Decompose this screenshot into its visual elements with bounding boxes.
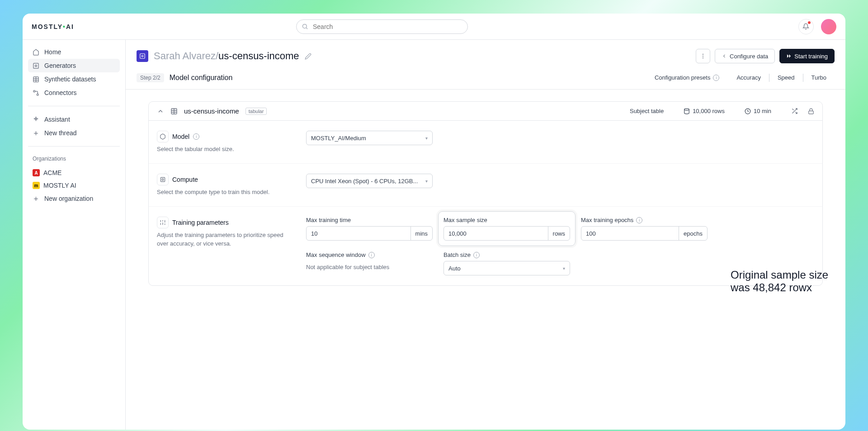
org-label: ACME — [43, 169, 61, 176]
brand-logo: MOSTLY•AI — [32, 23, 74, 30]
sidebar-item-synthetic-datasets[interactable]: Synthetic datasets — [28, 72, 120, 86]
play-icon — [786, 53, 792, 59]
sidebar-heading-orgs: Organizations — [28, 153, 120, 166]
edit-name-button[interactable] — [305, 53, 311, 60]
compute-select[interactable]: CPU Intel Xeon (Spot) - 6 CPUs, 12GB... … — [306, 174, 433, 188]
sidebar-item-connectors[interactable]: Connectors — [28, 86, 120, 99]
sidebar-item-label: Synthetic datasets — [44, 76, 96, 83]
select-value: CPU Intel Xeon (Spot) - 6 CPUs, 12GB... — [311, 178, 418, 185]
sidebar-item-generators[interactable]: Generators — [28, 59, 120, 72]
table-name: us-census-income — [184, 107, 239, 115]
time-meta: 10 min — [745, 108, 771, 114]
field-batch-size: Batch size i Auto ▾ — [443, 251, 570, 275]
section-desc: Select the compute type to train this mo… — [157, 188, 288, 196]
cpu-icon — [157, 174, 169, 185]
notification-dot-icon — [808, 21, 811, 24]
preset-speed[interactable]: Speed — [769, 72, 803, 83]
lock-button[interactable] — [808, 108, 814, 114]
plus-icon — [33, 195, 40, 202]
svg-rect-15 — [160, 178, 165, 182]
max-training-epochs-input[interactable] — [586, 227, 674, 240]
field-label: Max training time — [306, 217, 433, 223]
section-title: Model — [172, 133, 189, 140]
max-training-epochs-input-group: epochs — [581, 226, 708, 241]
step-pill: Step 2/2 — [137, 73, 164, 82]
svg-rect-14 — [809, 111, 814, 114]
svg-point-7 — [142, 55, 143, 57]
dots-vertical-icon — [700, 53, 706, 59]
chevron-left-icon — [722, 53, 727, 59]
configure-data-button[interactable]: Configure data — [715, 49, 775, 63]
svg-point-4 — [33, 90, 35, 92]
org-item-mostly-ai[interactable]: m MOSTLY AI — [28, 179, 120, 192]
select-value: Auto — [448, 265, 461, 272]
home-icon — [33, 49, 40, 56]
batch-size-select[interactable]: Auto ▾ — [443, 261, 570, 275]
pencil-icon — [305, 53, 311, 60]
collapse-toggle[interactable] — [157, 108, 164, 115]
org-badge: A — [33, 169, 40, 176]
start-training-button[interactable]: Start training — [779, 49, 835, 63]
bell-icon — [802, 23, 809, 30]
shuffle-button[interactable] — [791, 108, 798, 114]
presets-label: Configuration presets i — [655, 74, 720, 81]
svg-rect-6 — [140, 54, 145, 59]
cube-icon — [157, 131, 169, 142]
page-header: Sarah Alvarez/us-census-income Configure… — [126, 40, 845, 69]
lock-icon — [808, 108, 814, 114]
preset-accuracy[interactable]: Accuracy — [728, 72, 769, 83]
brand-dot-icon: • — [63, 23, 66, 30]
max-sample-size-input[interactable] — [448, 227, 543, 240]
org-badge: m — [33, 182, 40, 189]
breadcrumb-owner[interactable]: Sarah Alvarez — [154, 50, 216, 62]
unit-label: epochs — [679, 227, 703, 240]
notifications-button[interactable] — [798, 19, 814, 34]
field-label: Batch size i — [443, 251, 570, 258]
chevron-up-icon — [157, 108, 164, 115]
info-icon[interactable]: i — [473, 252, 480, 258]
section-title: Training parameters — [172, 219, 229, 226]
search-icon — [302, 23, 308, 30]
annotation-callout: Original sample size was 48,842 rowx — [727, 267, 844, 296]
section-training-params: Training parameters Adjust the training … — [149, 207, 822, 285]
sidebar-item-assistant[interactable]: Assistant — [28, 113, 120, 126]
field-label: Max sequence window i — [306, 251, 433, 258]
info-icon[interactable]: i — [193, 133, 199, 140]
section-model: Model i Select the tabular model size. M… — [149, 121, 822, 164]
sidebar-item-home[interactable]: Home — [28, 45, 120, 59]
search-wrap — [296, 19, 468, 34]
chevron-down-icon: ▾ — [563, 266, 565, 271]
sidebar-item-new-thread[interactable]: New thread — [28, 126, 120, 140]
preset-turbo[interactable]: Turbo — [803, 72, 835, 83]
search-input[interactable] — [296, 19, 468, 34]
model-select[interactable]: MOSTLY_AI/Medium ▾ — [306, 131, 433, 145]
topbar: MOSTLY•AI — [23, 14, 845, 40]
topbar-right — [798, 19, 836, 34]
info-icon[interactable]: i — [368, 252, 375, 258]
table-icon — [170, 108, 178, 115]
brand-text-1: MOSTLY — [32, 23, 63, 30]
sidebar-item-new-organization[interactable]: New organization — [28, 192, 120, 205]
sliders-icon — [157, 217, 169, 228]
chevron-down-icon: ▾ — [425, 136, 428, 141]
sidebar-divider — [28, 146, 120, 147]
svg-point-9 — [703, 56, 703, 57]
more-actions-button[interactable] — [696, 49, 710, 63]
main-content: Sarah Alvarez/us-census-income Configure… — [126, 40, 845, 430]
svg-rect-1 — [33, 63, 38, 68]
svg-point-2 — [35, 65, 37, 66]
subject-table-label: Subject table — [630, 108, 664, 114]
max-training-time-input[interactable] — [311, 227, 406, 240]
org-item-acme[interactable]: A ACME — [28, 166, 120, 179]
sidebar-item-label: Generators — [44, 62, 76, 69]
sidebar: Home Generators Synthetic datasets Conne… — [23, 40, 126, 430]
shuffle-icon — [791, 108, 798, 114]
database-icon — [684, 108, 690, 114]
user-avatar[interactable] — [821, 19, 836, 34]
button-label: Configure data — [730, 53, 768, 60]
subheader: Step 2/2 Model configuration Configurati… — [126, 69, 845, 90]
button-label: Start training — [794, 53, 828, 60]
svg-point-8 — [703, 54, 703, 55]
info-icon[interactable]: i — [636, 217, 642, 223]
info-icon[interactable]: i — [713, 75, 719, 81]
